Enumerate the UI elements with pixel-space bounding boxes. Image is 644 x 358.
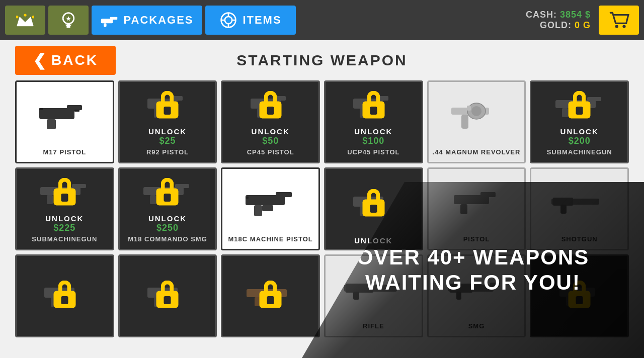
- lock-icon: [51, 178, 78, 206]
- svg-marker-0: [17, 17, 33, 26]
- weapon-info: .44 MAGNUM REVOLVER: [429, 146, 525, 162]
- svg-rect-49: [262, 205, 273, 211]
- svg-rect-18: [39, 108, 43, 110]
- lock-icon: [257, 91, 284, 119]
- unlock-text: UNLOCK: [17, 214, 113, 223]
- lock-icon: [360, 189, 387, 217]
- lock-icon: [51, 280, 78, 308]
- svg-point-1: [16, 16, 19, 18]
- weapon-name: .44 MAGNUM REVOLVER: [429, 146, 525, 158]
- weapon-name: UCP45 PISTOL: [326, 146, 422, 158]
- weapon-info: M18C MACHINE PISTOL: [222, 233, 318, 249]
- weapon-card-smg225[interactable]: UNLOCK $225 SUBMACHINEGUN: [15, 167, 114, 250]
- machine-pistol-image: [243, 185, 298, 218]
- lock-overlay: [566, 91, 593, 119]
- lock-overlay: [257, 280, 284, 308]
- lock-overlay: [360, 189, 387, 217]
- lock-overlay: [360, 91, 387, 119]
- weapon-info: UNLOCK $50 CP45 PISTOL: [222, 127, 318, 162]
- svg-point-13: [615, 25, 618, 28]
- weapon-info: UNLOCK $200 SUBMACHINEGUN: [531, 127, 627, 162]
- unlock-text: UNLOCK: [326, 127, 422, 136]
- gold-amount: 0 G: [575, 20, 591, 30]
- weapon-info: UNLOCK $225 SUBMACHINEGUN: [17, 214, 113, 249]
- revolver-image: [449, 97, 504, 132]
- weapon-image-area: [326, 82, 422, 127]
- pistol-image: [37, 98, 92, 131]
- weapon-card-ucp45[interactable]: UNLOCK $100 UCP45 PISTOL: [324, 80, 423, 163]
- weapon-card-15[interactable]: [221, 254, 320, 337]
- gold-label: GOLD:: [540, 20, 572, 30]
- svg-text:★: ★: [66, 16, 71, 22]
- weapon-card-44magnum[interactable]: .44 MAGNUM REVOLVER: [427, 80, 526, 163]
- gun-icon: [100, 11, 118, 29]
- weapon-image-area: [17, 82, 113, 146]
- weapon-name: M18 COMMANDO SMG: [120, 233, 216, 245]
- promo-line2: WAITING FOR YOU!: [365, 270, 581, 295]
- unlock-text: UNLOCK: [120, 214, 216, 223]
- weapon-card-m17[interactable]: M17 PISTOL: [15, 80, 114, 163]
- main-content: ❮ BACK STARTING WEAPON M17 PISTOL: [0, 40, 644, 358]
- svg-rect-10: [104, 23, 107, 27]
- back-label: BACK: [51, 52, 98, 68]
- cash-amount: 3854 $: [560, 10, 591, 20]
- weapon-info: UNLOCK $250 M18 COMMANDO SMG: [120, 214, 216, 249]
- back-button[interactable]: ❮ BACK: [15, 46, 116, 75]
- items-icon: [219, 11, 237, 29]
- weapon-name: M17 PISTOL: [17, 146, 113, 158]
- currency-display: CASH: 3854 $ GOLD: 0 G: [526, 10, 591, 31]
- svg-rect-33: [467, 106, 471, 111]
- weapon-info: [120, 332, 216, 336]
- lock-overlay: [153, 280, 181, 308]
- weapon-name: SUBMACHINEGUN: [17, 233, 113, 245]
- weapon-info: UNLOCK $100 UCP45 PISTOL: [326, 127, 422, 162]
- unlock-text: UNLOCK: [531, 127, 627, 136]
- lock-overlay: [153, 91, 181, 119]
- unlock-price: $50: [222, 136, 318, 146]
- weapon-card-m18commando[interactable]: UNLOCK $250 M18 COMMANDO SMG: [118, 167, 217, 250]
- weapon-name: SUBMACHINEGUN: [531, 146, 627, 158]
- weapon-image-area: [17, 169, 113, 214]
- packages-button[interactable]: PACKAGES: [92, 6, 202, 35]
- lock-icon: [257, 280, 284, 308]
- weapon-card-cp45[interactable]: UNLOCK $50 CP45 PISTOL: [221, 80, 320, 163]
- weapon-info: [222, 332, 318, 336]
- top-navigation: ★ PACKAGES ITEMS CASH: 3854 $ GOLD: 0 G: [0, 0, 644, 40]
- crown-button[interactable]: [5, 6, 45, 35]
- cart-button[interactable]: [599, 6, 639, 35]
- unlock-price: $225: [17, 223, 113, 233]
- weapon-card-14[interactable]: [118, 254, 217, 337]
- weapon-name: R92 PISTOL: [120, 146, 216, 158]
- unlock-price: $25: [120, 136, 216, 146]
- lock-icon: [153, 178, 181, 206]
- weapon-card-m18c[interactable]: M18C MACHINE PISTOL: [221, 167, 320, 250]
- lock-overlay: [51, 178, 78, 206]
- svg-rect-9: [110, 17, 117, 20]
- weapon-image-area: [429, 82, 525, 146]
- lock-icon: [153, 280, 181, 308]
- unlock-text: UNLOCK: [120, 127, 216, 136]
- lock-icon: [153, 91, 181, 119]
- cash-label: CASH:: [526, 10, 557, 20]
- svg-point-2: [24, 14, 26, 16]
- svg-rect-16: [67, 105, 82, 110]
- weapon-info: M17 PISTOL: [17, 146, 113, 162]
- weapon-image-area: [222, 82, 318, 127]
- svg-rect-48: [254, 205, 262, 216]
- svg-rect-47: [276, 192, 292, 197]
- svg-rect-17: [47, 119, 56, 129]
- weapon-card-smg200[interactable]: UNLOCK $200 SUBMACHINEGUN: [530, 80, 629, 163]
- chevron-left-icon: ❮: [33, 51, 46, 70]
- weapon-card-r92[interactable]: UNLOCK $25 R92 PISTOL: [118, 80, 217, 163]
- lock-overlay: [257, 91, 284, 119]
- weapon-info: [17, 332, 113, 336]
- weapon-card-13[interactable]: [15, 254, 114, 337]
- content-header: ❮ BACK STARTING WEAPON: [0, 40, 644, 80]
- unlock-price: $200: [531, 136, 627, 146]
- packages-label: PACKAGES: [123, 14, 193, 27]
- award-button[interactable]: ★: [48, 6, 89, 35]
- items-button[interactable]: ITEMS: [205, 6, 296, 35]
- weapon-name: CP45 PISTOL: [222, 146, 318, 158]
- unlock-text: UNLOCK: [222, 127, 318, 136]
- unlock-price: $100: [326, 136, 422, 146]
